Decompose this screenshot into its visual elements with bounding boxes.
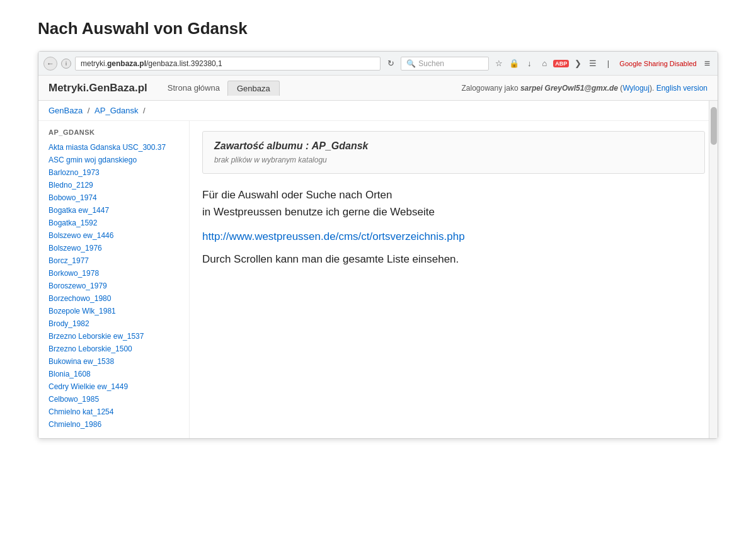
- sidebar-title: AP_GDANSK: [38, 128, 189, 141]
- url-domain: genbaza.pl: [107, 59, 146, 68]
- bookmark-icon[interactable]: ☆: [493, 57, 505, 70]
- scrollbar-thumb[interactable]: [711, 107, 717, 145]
- sidebar-item-14[interactable]: Brody_1982: [38, 317, 189, 330]
- home-icon[interactable]: ⌂: [538, 57, 551, 70]
- sidebar-item-4[interactable]: Bobowo_1974: [38, 191, 189, 204]
- search-bar[interactable]: 🔍 Suchen: [401, 57, 489, 71]
- info-line1: Für die Auswahl oder Suche nach Orten: [202, 189, 392, 201]
- page-icon[interactable]: ☰: [587, 57, 599, 70]
- sidebar-item-0[interactable]: Akta miasta Gdanska USC_300.37: [38, 141, 189, 154]
- main-content-area: Zawartość albumu : AP_Gdansk brak plików…: [190, 121, 718, 438]
- sidebar-item-10[interactable]: Borkowo_1978: [38, 267, 189, 280]
- toolbar-icons: ☆ 🔒 ↓ ⌂ ABP ❯ ☰ | Google Sharing Disable…: [493, 57, 713, 70]
- info-button[interactable]: i: [61, 59, 71, 69]
- browser-menu-button[interactable]: ≡: [702, 58, 713, 69]
- sidebar-item-20[interactable]: Celbowo_1985: [38, 393, 189, 406]
- sidebar-item-12[interactable]: Borzechowo_1980: [38, 292, 189, 305]
- sidebar-item-11[interactable]: Boroszewo_1979: [38, 280, 189, 292]
- site-logo: Metryki.GenBaza.pl: [49, 82, 147, 94]
- url-bar[interactable]: metryki.genbaza.pl/genbaza.list.392380,1: [75, 57, 381, 71]
- info-text: Für die Auswahl oder Suche nach Orten in…: [202, 186, 705, 220]
- site-navbar: Metryki.GenBaza.pl Strona główna Genbaza…: [38, 76, 718, 101]
- google-sharing-button[interactable]: Google Sharing Disabled: [617, 60, 699, 67]
- lang-link[interactable]: English version: [656, 84, 707, 93]
- lock-icon[interactable]: 🔒: [508, 57, 520, 70]
- page-heading: Nach Auswahl von Gdansk: [0, 0, 756, 51]
- nav-home-link[interactable]: Strona główna: [160, 83, 227, 93]
- sidebar-item-2[interactable]: Barlozno_1973: [38, 166, 189, 179]
- sidebar-item-9[interactable]: Borcz_1977: [38, 254, 189, 267]
- sidebar-item-15[interactable]: Brzezno Leborskie ew_1537: [38, 330, 189, 343]
- sidebar-item-21[interactable]: Chmielno kat_1254: [38, 406, 189, 418]
- search-placeholder: Suchen: [418, 59, 444, 68]
- album-label: Zawartość albumu :: [214, 140, 309, 151]
- logout-link[interactable]: Wyloguj: [622, 84, 650, 93]
- album-title: Zawartość albumu : AP_Gdansk: [214, 140, 693, 152]
- sidebar-item-22[interactable]: Chmielno_1986: [38, 418, 189, 431]
- content-main: AP_GDANSK Akta miasta Gdanska USC_300.37…: [38, 121, 718, 438]
- url-text: metryki.genbaza.pl/genbaza.list.392380,1: [81, 59, 222, 68]
- info-footer: Durch Scrollen kann man die gesamte List…: [202, 253, 705, 266]
- album-subtitle: brak plików w wybranym katalogu: [214, 156, 693, 164]
- sidebar-item-18[interactable]: Blonia_1608: [38, 368, 189, 380]
- username: sarpei GreyOwl51@gmx.de: [520, 84, 618, 93]
- breadcrumb-end: /: [143, 106, 146, 115]
- abp-badge[interactable]: ABP: [553, 60, 569, 67]
- westpreussen-link[interactable]: http://www.westpreussen.de/cms/ct/ortsve…: [202, 230, 705, 243]
- sidebar-item-5[interactable]: Bogatka ew_1447: [38, 204, 189, 217]
- album-box: Zawartość albumu : AP_Gdansk brak plików…: [202, 131, 705, 174]
- site-content: GenBaza / AP_Gdansk / AP_GDANSK Akta mia…: [38, 101, 718, 438]
- album-name: AP_Gdansk: [312, 140, 369, 151]
- sidebar-item-19[interactable]: Cedry Wielkie ew_1449: [38, 380, 189, 393]
- sidebar-item-6[interactable]: Bogatka_1592: [38, 217, 189, 229]
- nav-genbaza-tab[interactable]: Genbaza: [227, 81, 280, 96]
- sidebar-item-13[interactable]: Bozepole Wlk_1981: [38, 305, 189, 317]
- breadcrumb-separator: /: [88, 106, 92, 115]
- sidebar-item-16[interactable]: Brzezno Leborskie_1500: [38, 343, 189, 355]
- user-label: Zalogowany jako: [462, 84, 518, 93]
- menu-separator: |: [602, 57, 614, 70]
- sidebar-item-1[interactable]: ASC gmin woj gdanskiego: [38, 154, 189, 166]
- sidebar-item-7[interactable]: Bolszewo ew_1446: [38, 229, 189, 242]
- breadcrumb-root[interactable]: GenBaza: [49, 106, 83, 115]
- download-icon[interactable]: ↓: [523, 57, 536, 70]
- sidebar-item-17[interactable]: Bukowina ew_1538: [38, 355, 189, 368]
- info-line2: in Westpreussen benutze ich gerne die We…: [202, 206, 435, 218]
- reload-button[interactable]: ↻: [384, 57, 397, 70]
- search-icon: 🔍: [406, 59, 416, 68]
- site-nav-user: Zalogowany jako sarpei GreyOwl51@gmx.de …: [462, 84, 707, 93]
- url-prefix: metryki.: [81, 59, 107, 68]
- browser-window: ← i metryki.genbaza.pl/genbaza.list.3923…: [38, 51, 718, 439]
- browser-content-wrap: GenBaza / AP_Gdansk / AP_GDANSK Akta mia…: [38, 101, 718, 438]
- back-button[interactable]: ←: [43, 57, 57, 71]
- sidebar: AP_GDANSK Akta miasta Gdanska USC_300.37…: [38, 121, 190, 438]
- breadcrumb-current[interactable]: AP_Gdansk: [94, 106, 138, 115]
- extra-icon[interactable]: ❯: [571, 57, 584, 70]
- sidebar-item-8[interactable]: Bolszewo_1976: [38, 242, 189, 254]
- breadcrumb: GenBaza / AP_Gdansk /: [38, 101, 718, 121]
- scrollbar[interactable]: [709, 101, 718, 438]
- sidebar-item-3[interactable]: Bledno_2129: [38, 179, 189, 191]
- url-path: /genbaza.list.392380,1: [146, 59, 222, 68]
- browser-toolbar: ← i metryki.genbaza.pl/genbaza.list.3923…: [38, 52, 718, 76]
